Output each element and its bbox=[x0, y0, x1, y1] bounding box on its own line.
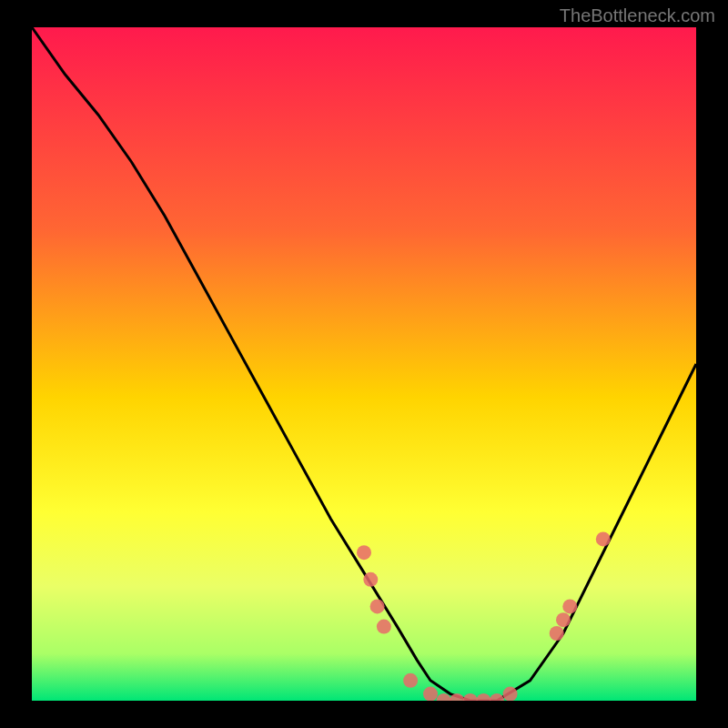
data-point bbox=[423, 687, 438, 701]
plot-area bbox=[32, 27, 696, 701]
data-point bbox=[550, 626, 564, 641]
data-point bbox=[370, 599, 385, 613]
data-point bbox=[562, 599, 577, 613]
chart-container: TheBottleneck.com bbox=[0, 0, 728, 728]
chart-svg bbox=[32, 27, 696, 701]
gradient-background bbox=[32, 27, 696, 701]
data-point bbox=[363, 572, 378, 587]
data-point bbox=[377, 620, 391, 634]
data-point bbox=[503, 687, 518, 701]
data-point bbox=[556, 612, 571, 627]
data-point bbox=[357, 545, 371, 560]
watermark-text: TheBottleneck.com bbox=[560, 5, 715, 26]
data-point bbox=[403, 673, 418, 688]
data-point bbox=[596, 531, 611, 546]
